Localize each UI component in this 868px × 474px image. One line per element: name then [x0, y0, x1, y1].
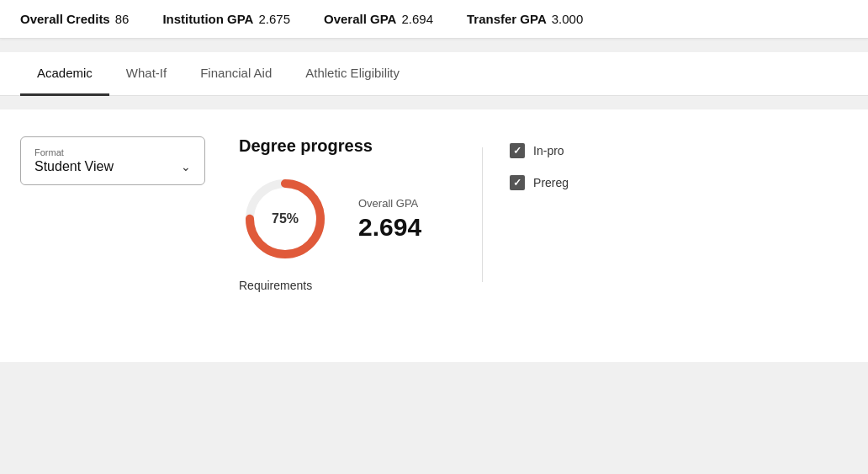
stat-label: Overall GPA	[324, 12, 396, 26]
checkbox-icon	[510, 143, 525, 158]
checkbox-icon	[510, 175, 525, 190]
stat-value: 2.694	[401, 12, 433, 26]
stat-item: Transfer GPA 3.000	[467, 12, 583, 26]
donut-chart: 75%	[239, 173, 331, 265]
tab-academic[interactable]: Academic	[20, 52, 109, 96]
stat-value: 86	[115, 12, 130, 26]
main-content: Format Student View ⌄ Degree progress	[0, 109, 868, 362]
stat-label: Institution GPA	[162, 12, 253, 26]
stats-bar: Overall Credits 86 Institution GPA 2.675…	[0, 0, 868, 39]
stat-label: Transfer GPA	[467, 12, 547, 26]
stat-item: Overall Credits 86	[20, 12, 129, 26]
gpa-value: 2.694	[358, 213, 421, 242]
tabs-section: AcademicWhat-IfFinancial AidAthletic Eli…	[0, 52, 868, 96]
checkbox-text: Prereg	[533, 176, 569, 189]
tab-athletic-eligibility[interactable]: Athletic Eligibility	[288, 52, 416, 96]
degree-progress: Degree progress 75% Overall GPA 2.694	[205, 136, 455, 292]
degree-progress-title: Degree progress	[239, 136, 421, 156]
chevron-down-icon: ⌄	[181, 160, 191, 173]
gpa-label: Overall GPA	[358, 197, 421, 210]
format-label: Format	[34, 147, 191, 157]
stat-value: 2.675	[258, 12, 290, 26]
vertical-divider	[482, 147, 483, 282]
stat-item: Overall GPA 2.694	[324, 12, 433, 26]
checkbox-item[interactable]: Prereg	[510, 175, 569, 190]
tab-financial-aid[interactable]: Financial Aid	[183, 52, 288, 96]
stat-label: Overall Credits	[20, 12, 110, 26]
gpa-section: Overall GPA 2.694	[358, 197, 421, 242]
checkbox-text: In-pro	[533, 144, 564, 157]
format-value: Student View	[34, 159, 114, 174]
content-row: Format Student View ⌄ Degree progress	[20, 136, 848, 292]
tabs-nav: AcademicWhat-IfFinancial AidAthletic Eli…	[20, 52, 848, 95]
checkboxes-section: In-pro Prereg	[510, 136, 569, 190]
progress-row: 75% Overall GPA 2.694	[239, 173, 421, 265]
format-dropdown[interactable]: Format Student View ⌄	[20, 136, 205, 185]
stat-value: 3.000	[552, 12, 584, 26]
checkbox-item[interactable]: In-pro	[510, 143, 569, 158]
format-value-row: Student View ⌄	[34, 159, 191, 174]
requirements-label: Requirements	[239, 279, 421, 292]
stat-item: Institution GPA 2.675	[162, 12, 290, 26]
donut-percent-label: 75%	[272, 211, 299, 226]
tab-what-if[interactable]: What-If	[109, 52, 183, 96]
